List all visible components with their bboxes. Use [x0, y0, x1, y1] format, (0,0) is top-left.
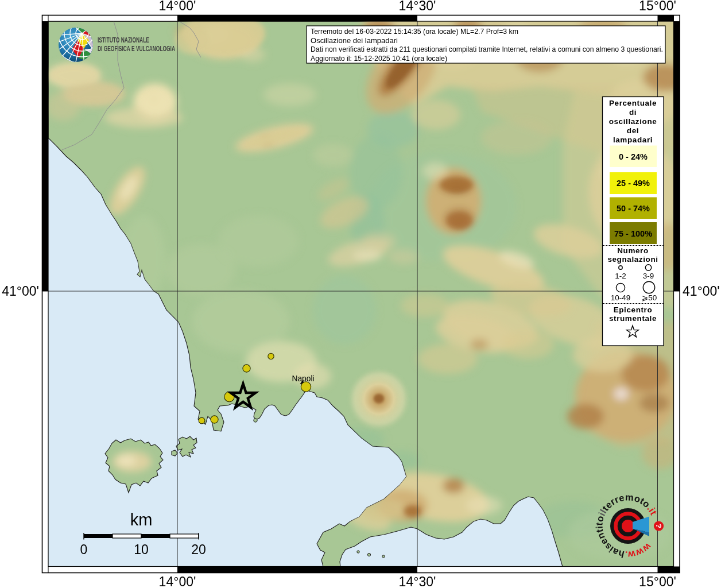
- svg-text:ISTITUTO NAZIONALE: ISTITUTO NAZIONALE: [98, 36, 149, 44]
- svg-text:14°00': 14°00': [159, 0, 196, 13]
- svg-text:Napoli: Napoli: [292, 374, 314, 383]
- svg-text:10: 10: [134, 542, 149, 557]
- svg-text:10-49: 10-49: [611, 293, 631, 302]
- svg-text:3-9: 3-9: [643, 272, 654, 280]
- svg-text:Dati non verificati estratti d: Dati non verificati estratti da 211 ques…: [311, 45, 663, 53]
- svg-text:15°00': 15°00': [639, 0, 676, 13]
- svg-text:Terremoto del 16-03-2022 15:14: Terremoto del 16-03-2022 15:14:35 (ora l…: [311, 27, 518, 36]
- svg-text:0 - 24%: 0 - 24%: [619, 152, 648, 161]
- svg-text:di: di: [629, 108, 637, 117]
- svg-text:⩾50: ⩾50: [642, 293, 657, 302]
- svg-text:Epicentro: Epicentro: [614, 305, 653, 314]
- svg-text:41°00': 41°00': [683, 284, 720, 299]
- svg-text:lampadari: lampadari: [613, 136, 653, 144]
- svg-text:strumentale: strumentale: [609, 314, 657, 323]
- svg-text:segnalazioni: segnalazioni: [607, 255, 658, 264]
- svg-text:Oscillazione dei lampadari: Oscillazione dei lampadari: [311, 36, 398, 45]
- svg-text:oscillazione: oscillazione: [609, 117, 657, 126]
- svg-text:1-2: 1-2: [615, 272, 626, 280]
- svg-text:20: 20: [191, 542, 206, 557]
- svg-text:0: 0: [80, 542, 88, 557]
- svg-text:Percentuale: Percentuale: [609, 99, 657, 107]
- svg-text:14°30': 14°30': [399, 574, 436, 588]
- svg-text:14°00': 14°00': [159, 574, 196, 588]
- svg-text:Numero: Numero: [617, 246, 649, 255]
- svg-text:50 - 74%: 50 - 74%: [617, 204, 650, 213]
- svg-text:dei: dei: [627, 126, 639, 135]
- svg-text:DI GEOFISICA E VULCANOLOGIA: DI GEOFISICA E VULCANOLOGIA: [98, 45, 175, 53]
- svg-text:75 - 100%: 75 - 100%: [614, 229, 652, 238]
- svg-text:Aggiornato il: 15-12-2025 10:4: Aggiornato il: 15-12-2025 10:41 (ora loc…: [311, 54, 447, 63]
- svg-text:?: ?: [654, 524, 663, 528]
- svg-text:41°00': 41°00': [2, 284, 39, 299]
- svg-text:15°00': 15°00': [639, 574, 676, 588]
- svg-text:25 - 49%: 25 - 49%: [617, 179, 650, 188]
- svg-text:km: km: [130, 510, 153, 529]
- svg-text:14°30': 14°30': [399, 0, 436, 13]
